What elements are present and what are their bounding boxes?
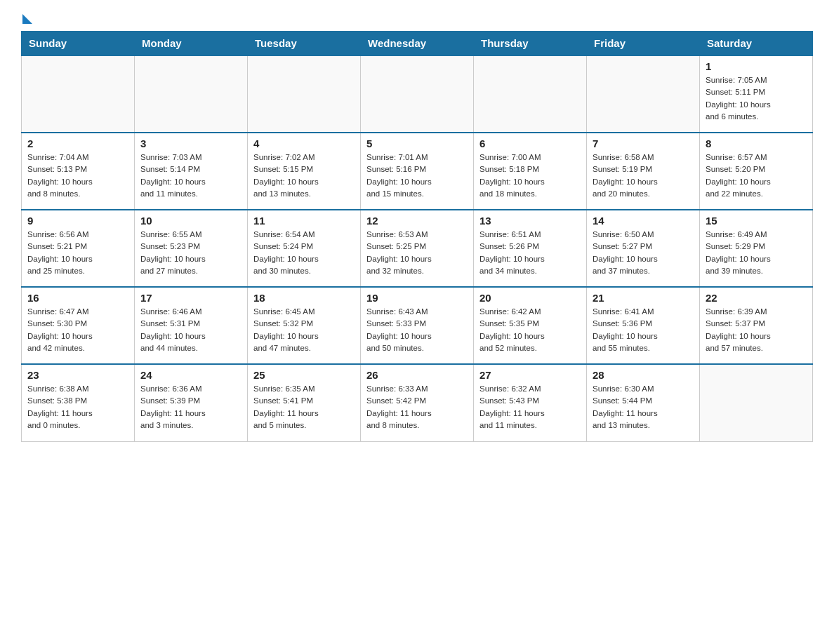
calendar-week-row: 9Sunrise: 6:56 AM Sunset: 5:21 PM Daylig… — [22, 210, 813, 287]
calendar-week-row: 1Sunrise: 7:05 AM Sunset: 5:11 PM Daylig… — [22, 55, 813, 133]
calendar-cell — [474, 55, 587, 133]
day-number: 7 — [593, 137, 694, 149]
day-number: 19 — [366, 292, 468, 304]
day-info: Sunrise: 6:57 AM Sunset: 5:20 PM Dayligh… — [706, 152, 807, 200]
weekday-header-thursday: Thursday — [474, 32, 587, 56]
day-number: 1 — [706, 60, 807, 72]
calendar-cell: 15Sunrise: 6:49 AM Sunset: 5:29 PM Dayli… — [700, 210, 813, 287]
calendar-cell — [22, 55, 135, 133]
calendar-week-row: 23Sunrise: 6:38 AM Sunset: 5:38 PM Dayli… — [22, 364, 813, 441]
day-info: Sunrise: 6:54 AM Sunset: 5:24 PM Dayligh… — [253, 229, 355, 277]
day-info: Sunrise: 6:39 AM Sunset: 5:37 PM Dayligh… — [706, 306, 807, 354]
day-number: 17 — [140, 292, 241, 304]
day-number: 6 — [479, 137, 581, 149]
day-info: Sunrise: 7:01 AM Sunset: 5:16 PM Dayligh… — [366, 152, 468, 200]
logo — [21, 14, 32, 24]
day-number: 21 — [593, 292, 694, 304]
calendar-cell: 22Sunrise: 6:39 AM Sunset: 5:37 PM Dayli… — [700, 287, 813, 364]
day-info: Sunrise: 6:50 AM Sunset: 5:27 PM Dayligh… — [593, 229, 694, 277]
calendar-cell: 13Sunrise: 6:51 AM Sunset: 5:26 PM Dayli… — [474, 210, 587, 287]
calendar-cell: 6Sunrise: 7:00 AM Sunset: 5:18 PM Daylig… — [474, 133, 587, 210]
day-info: Sunrise: 6:56 AM Sunset: 5:21 PM Dayligh… — [27, 229, 128, 277]
calendar-cell: 20Sunrise: 6:42 AM Sunset: 5:35 PM Dayli… — [474, 287, 587, 364]
day-number: 28 — [593, 369, 694, 381]
day-info: Sunrise: 6:35 AM Sunset: 5:41 PM Dayligh… — [253, 383, 355, 431]
day-info: Sunrise: 6:46 AM Sunset: 5:31 PM Dayligh… — [140, 306, 241, 354]
day-info: Sunrise: 6:41 AM Sunset: 5:36 PM Dayligh… — [593, 306, 694, 354]
day-info: Sunrise: 6:43 AM Sunset: 5:33 PM Dayligh… — [366, 306, 468, 354]
calendar-cell: 1Sunrise: 7:05 AM Sunset: 5:11 PM Daylig… — [700, 55, 813, 133]
calendar-cell: 18Sunrise: 6:45 AM Sunset: 5:32 PM Dayli… — [248, 287, 361, 364]
calendar-cell: 16Sunrise: 6:47 AM Sunset: 5:30 PM Dayli… — [22, 287, 135, 364]
calendar-cell: 26Sunrise: 6:33 AM Sunset: 5:42 PM Dayli… — [361, 364, 474, 441]
page-header — [21, 14, 813, 24]
day-info: Sunrise: 7:03 AM Sunset: 5:14 PM Dayligh… — [140, 152, 241, 200]
day-info: Sunrise: 6:42 AM Sunset: 5:35 PM Dayligh… — [479, 306, 581, 354]
weekday-header-wednesday: Wednesday — [361, 32, 474, 56]
calendar-cell: 8Sunrise: 6:57 AM Sunset: 5:20 PM Daylig… — [700, 133, 813, 210]
day-number: 10 — [140, 215, 241, 227]
weekday-header-saturday: Saturday — [700, 32, 813, 56]
day-number: 22 — [706, 292, 807, 304]
weekday-header-row: SundayMondayTuesdayWednesdayThursdayFrid… — [22, 32, 813, 56]
calendar-table: SundayMondayTuesdayWednesdayThursdayFrid… — [21, 31, 813, 442]
day-number: 5 — [366, 137, 468, 149]
calendar-cell: 23Sunrise: 6:38 AM Sunset: 5:38 PM Dayli… — [22, 364, 135, 441]
day-number: 4 — [253, 137, 355, 149]
day-number: 27 — [479, 369, 581, 381]
day-info: Sunrise: 6:30 AM Sunset: 5:44 PM Dayligh… — [593, 383, 694, 431]
day-info: Sunrise: 6:33 AM Sunset: 5:42 PM Dayligh… — [366, 383, 468, 431]
weekday-header-monday: Monday — [135, 32, 248, 56]
day-number: 12 — [366, 215, 468, 227]
calendar-cell: 9Sunrise: 6:56 AM Sunset: 5:21 PM Daylig… — [22, 210, 135, 287]
day-number: 16 — [27, 292, 128, 304]
calendar-cell — [700, 364, 813, 441]
calendar-cell: 4Sunrise: 7:02 AM Sunset: 5:15 PM Daylig… — [248, 133, 361, 210]
calendar-cell: 11Sunrise: 6:54 AM Sunset: 5:24 PM Dayli… — [248, 210, 361, 287]
day-info: Sunrise: 6:53 AM Sunset: 5:25 PM Dayligh… — [366, 229, 468, 277]
calendar-cell: 24Sunrise: 6:36 AM Sunset: 5:39 PM Dayli… — [135, 364, 248, 441]
day-info: Sunrise: 6:55 AM Sunset: 5:23 PM Dayligh… — [140, 229, 241, 277]
day-number: 2 — [27, 137, 128, 149]
day-info: Sunrise: 7:02 AM Sunset: 5:15 PM Dayligh… — [253, 152, 355, 200]
day-info: Sunrise: 6:38 AM Sunset: 5:38 PM Dayligh… — [27, 383, 128, 431]
calendar-cell: 3Sunrise: 7:03 AM Sunset: 5:14 PM Daylig… — [135, 133, 248, 210]
calendar-cell: 5Sunrise: 7:01 AM Sunset: 5:16 PM Daylig… — [361, 133, 474, 210]
day-number: 23 — [27, 369, 128, 381]
calendar-week-row: 2Sunrise: 7:04 AM Sunset: 5:13 PM Daylig… — [22, 133, 813, 210]
day-number: 25 — [253, 369, 355, 381]
day-info: Sunrise: 6:58 AM Sunset: 5:19 PM Dayligh… — [593, 152, 694, 200]
calendar-cell: 28Sunrise: 6:30 AM Sunset: 5:44 PM Dayli… — [587, 364, 700, 441]
day-info: Sunrise: 7:00 AM Sunset: 5:18 PM Dayligh… — [479, 152, 581, 200]
day-number: 15 — [706, 215, 807, 227]
day-info: Sunrise: 6:36 AM Sunset: 5:39 PM Dayligh… — [140, 383, 241, 431]
day-info: Sunrise: 6:32 AM Sunset: 5:43 PM Dayligh… — [479, 383, 581, 431]
calendar-cell: 10Sunrise: 6:55 AM Sunset: 5:23 PM Dayli… — [135, 210, 248, 287]
calendar-cell: 7Sunrise: 6:58 AM Sunset: 5:19 PM Daylig… — [587, 133, 700, 210]
weekday-header-sunday: Sunday — [22, 32, 135, 56]
day-info: Sunrise: 7:04 AM Sunset: 5:13 PM Dayligh… — [27, 152, 128, 200]
weekday-header-tuesday: Tuesday — [248, 32, 361, 56]
day-info: Sunrise: 7:05 AM Sunset: 5:11 PM Dayligh… — [706, 74, 807, 123]
day-number: 18 — [253, 292, 355, 304]
calendar-cell: 21Sunrise: 6:41 AM Sunset: 5:36 PM Dayli… — [587, 287, 700, 364]
calendar-cell: 17Sunrise: 6:46 AM Sunset: 5:31 PM Dayli… — [135, 287, 248, 364]
day-info: Sunrise: 6:49 AM Sunset: 5:29 PM Dayligh… — [706, 229, 807, 277]
day-number: 9 — [27, 215, 128, 227]
calendar-cell — [587, 55, 700, 133]
day-number: 3 — [140, 137, 241, 149]
calendar-week-row: 16Sunrise: 6:47 AM Sunset: 5:30 PM Dayli… — [22, 287, 813, 364]
calendar-cell — [135, 55, 248, 133]
day-info: Sunrise: 6:47 AM Sunset: 5:30 PM Dayligh… — [27, 306, 128, 354]
day-number: 13 — [479, 215, 581, 227]
calendar-cell: 12Sunrise: 6:53 AM Sunset: 5:25 PM Dayli… — [361, 210, 474, 287]
calendar-cell — [361, 55, 474, 133]
day-number: 20 — [479, 292, 581, 304]
day-number: 14 — [593, 215, 694, 227]
calendar-cell: 2Sunrise: 7:04 AM Sunset: 5:13 PM Daylig… — [22, 133, 135, 210]
day-info: Sunrise: 6:45 AM Sunset: 5:32 PM Dayligh… — [253, 306, 355, 354]
calendar-cell: 14Sunrise: 6:50 AM Sunset: 5:27 PM Dayli… — [587, 210, 700, 287]
calendar-cell: 19Sunrise: 6:43 AM Sunset: 5:33 PM Dayli… — [361, 287, 474, 364]
day-number: 26 — [366, 369, 468, 381]
day-number: 24 — [140, 369, 241, 381]
